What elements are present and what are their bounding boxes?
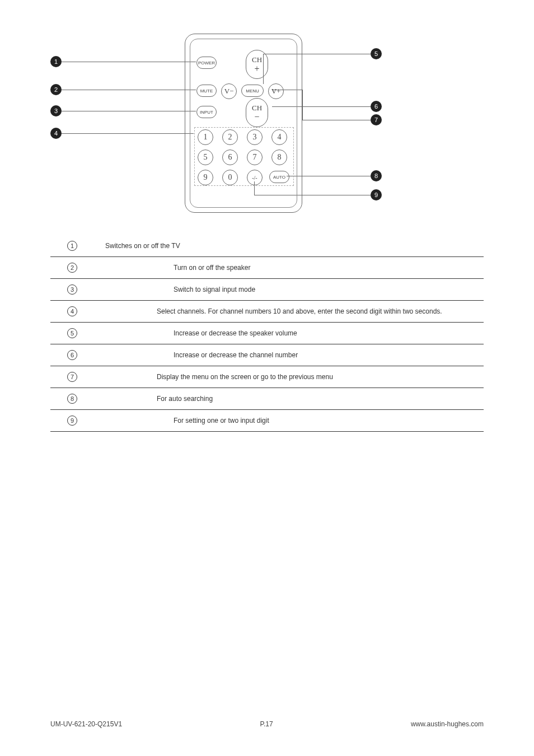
- leader-2: [62, 90, 196, 90]
- dash-button: -/-: [247, 170, 263, 185]
- vol-down-button: V−: [221, 83, 237, 99]
- row-num-9: 9: [67, 416, 77, 426]
- digit-6: 6: [222, 150, 238, 165]
- mute-button: MUTE: [196, 85, 217, 97]
- digit-1: 1: [198, 129, 213, 145]
- table-row: 7 Display the menu on the screen or go t…: [50, 366, 484, 388]
- table-row: 6 Increase or decrease the channel numbe…: [50, 344, 484, 366]
- table-row: 3 Switch to signal input mode: [50, 279, 484, 301]
- table-row: 8 For auto searching: [50, 388, 484, 410]
- row-num-8: 8: [67, 394, 77, 404]
- leader-7v: [302, 90, 303, 120]
- table-row: 9 For setting one or two input digit: [50, 410, 484, 432]
- footer-right: www.austin-hughes.com: [411, 720, 484, 728]
- table-row: 4 Select channels. For channel numbers 1…: [50, 301, 484, 323]
- callout-1: 1: [50, 56, 62, 67]
- input-button: INPUT: [196, 106, 217, 118]
- table-row: 5 Increase or decrease the speaker volum…: [50, 323, 484, 344]
- callout-6: 6: [371, 101, 382, 112]
- power-button: POWER: [196, 57, 217, 69]
- row-num-2: 2: [67, 263, 77, 273]
- digit-0: 0: [222, 170, 238, 185]
- plus-icon: +: [254, 64, 259, 73]
- digit-3: 3: [247, 129, 263, 145]
- remote-outline: POWER MUTE INPUT CH+ CH− V− MENU V+ 1 2 …: [185, 34, 302, 213]
- menu-button: MENU: [241, 85, 264, 97]
- leader-3: [62, 111, 196, 111]
- leader-1: [62, 62, 196, 62]
- row-text-9: For setting one or two input digit: [101, 410, 484, 432]
- row-num-3: 3: [67, 284, 77, 295]
- vol-up-button: V+: [268, 83, 284, 99]
- digit-4: 4: [271, 129, 287, 145]
- row-text-6: Increase or decrease the channel number: [101, 344, 484, 366]
- minus-icon: −: [254, 113, 259, 122]
- row-text-4: Select channels. For channel numbers 10 …: [101, 301, 484, 323]
- ch-label2: CH: [252, 104, 262, 113]
- callout-3: 3: [50, 105, 62, 116]
- row-num-1: 1: [67, 241, 77, 251]
- callout-4: 4: [50, 128, 62, 139]
- row-num-7: 7: [67, 372, 77, 382]
- row-text-5: Increase or decrease the speaker volume: [101, 323, 484, 344]
- description-table: 1 Switches on or off the TV 2 Turn on or…: [50, 235, 484, 432]
- footer-center: P.17: [260, 720, 273, 728]
- callout-8: 8: [371, 170, 382, 181]
- leader-4: [62, 133, 194, 134]
- row-num-5: 5: [67, 328, 77, 338]
- remote-diagram: 1 2 3 4 5 6 7 8 9 POWER MUTE INP: [50, 34, 484, 218]
- row-text-7: Display the menu on the screen or go to …: [101, 366, 484, 388]
- table-row: 1 Switches on or off the TV: [50, 235, 484, 257]
- page-footer: UM-UV-621-20-Q215V1 P.17 www.austin-hugh…: [50, 720, 484, 728]
- row-num-4: 4: [67, 306, 77, 316]
- row-num-6: 6: [67, 350, 77, 360]
- digit-8: 8: [271, 150, 287, 165]
- leader-7: [302, 120, 371, 120]
- ch-up-button: CH+: [246, 50, 268, 79]
- digit-7: 7: [247, 150, 263, 165]
- callout-2: 2: [50, 84, 62, 95]
- auto-button: AUTO: [269, 171, 289, 183]
- footer-left: UM-UV-621-20-Q215V1: [50, 720, 122, 728]
- digit-2: 2: [222, 129, 238, 145]
- row-text-2: Turn on or off the speaker: [101, 257, 484, 279]
- digit-5: 5: [198, 150, 213, 165]
- callout-5: 5: [371, 48, 382, 59]
- callout-7: 7: [371, 114, 382, 125]
- row-text-3: Switch to signal input mode: [101, 279, 484, 301]
- ch-down-button: CH−: [246, 98, 268, 127]
- ch-label: CH: [252, 55, 262, 64]
- digit-9: 9: [198, 170, 213, 185]
- row-text-1: Switches on or off the TV: [101, 235, 484, 257]
- row-text-8: For auto searching: [101, 388, 484, 410]
- table-row: 2 Turn on or off the speaker: [50, 257, 484, 279]
- callout-9: 9: [371, 189, 382, 200]
